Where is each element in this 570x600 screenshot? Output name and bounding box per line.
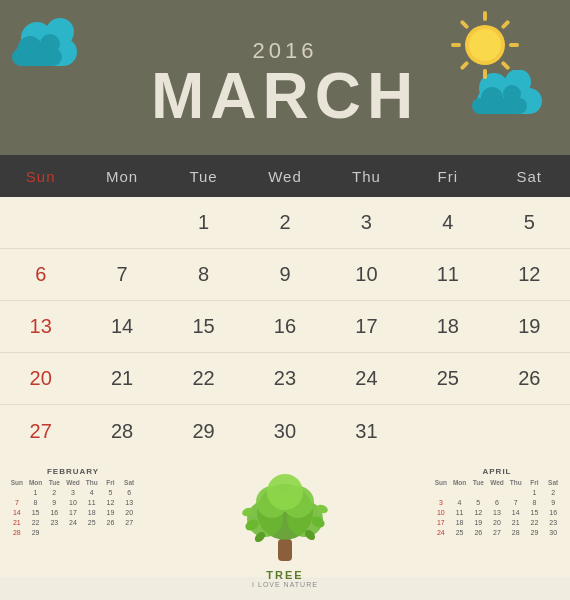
bottom-section: FEBRUARY Sun Mon Tue Wed Thu Fri Sat 1 2… <box>0 457 570 577</box>
day-23[interactable]: 23 <box>244 353 325 404</box>
svg-rect-16 <box>483 69 487 79</box>
svg-rect-12 <box>483 11 487 21</box>
day-29[interactable]: 29 <box>163 405 244 457</box>
calendar-header: 2016 MARCH <box>0 0 570 155</box>
mini-h-fri: Fri <box>102 478 120 487</box>
day-5[interactable]: 5 <box>489 197 570 248</box>
day-28[interactable]: 28 <box>81 405 162 457</box>
svg-point-5 <box>40 34 60 54</box>
day-24[interactable]: 24 <box>326 353 407 404</box>
header-tue: Tue <box>163 155 244 197</box>
svg-rect-14 <box>509 43 519 47</box>
mini-calendar-april: APRIL Sun Mon Tue Wed Thu Fri Sat 1 2 3 … <box>432 467 562 537</box>
mini-h-thu: Thu <box>83 478 101 487</box>
day-headers-row: Sun Mon Tue Wed Thu Fri Sat <box>0 155 570 197</box>
month-label: MARCH <box>151 64 419 128</box>
day-4[interactable]: 4 <box>407 197 488 248</box>
mini-h-mon: Mon <box>27 478 45 487</box>
day-31[interactable]: 31 <box>326 405 407 457</box>
mini-calendar-february: FEBRUARY Sun Mon Tue Wed Thu Fri Sat 1 2… <box>8 467 138 537</box>
mini-apr-title: APRIL <box>432 467 562 476</box>
week-row-5: 27 28 29 30 31 <box>0 405 570 457</box>
svg-rect-19 <box>460 20 470 30</box>
day-25[interactable]: 25 <box>407 353 488 404</box>
day-7[interactable]: 7 <box>81 249 162 300</box>
day-14[interactable]: 14 <box>81 301 162 352</box>
day-10[interactable]: 10 <box>326 249 407 300</box>
day-2[interactable]: 2 <box>244 197 325 248</box>
day-empty <box>407 405 488 457</box>
day-27[interactable]: 27 <box>0 405 81 457</box>
svg-point-4 <box>18 36 42 60</box>
day-11[interactable]: 11 <box>407 249 488 300</box>
header-sat: Sat <box>489 155 570 197</box>
mini-h-sun: Sun <box>8 478 26 487</box>
day-19[interactable]: 19 <box>489 301 570 352</box>
svg-point-21 <box>469 29 501 61</box>
svg-rect-18 <box>451 43 461 47</box>
mini-h-wed: Wed <box>64 478 82 487</box>
sun-icon <box>450 10 515 75</box>
day-13[interactable]: 13 <box>0 301 81 352</box>
header-wed: Wed <box>244 155 325 197</box>
tree-sublabel: I LOVE NATURE <box>252 581 318 588</box>
week-row-4: 20 21 22 23 24 25 26 <box>0 353 570 405</box>
svg-rect-22 <box>278 539 292 561</box>
week-row-2: 6 7 8 9 10 11 12 <box>0 249 570 301</box>
day-empty <box>489 405 570 457</box>
day-9[interactable]: 9 <box>244 249 325 300</box>
mini-h-sat: Sat <box>120 478 138 487</box>
day-3[interactable]: 3 <box>326 197 407 248</box>
tree-label: TREE <box>266 569 303 581</box>
day-20[interactable]: 20 <box>0 353 81 404</box>
svg-point-11 <box>503 85 521 103</box>
tree-svg <box>230 467 340 567</box>
svg-point-28 <box>267 474 303 510</box>
mini-apr-grid: Sun Mon Tue Wed Thu Fri Sat 1 2 3 4 5 6 … <box>432 478 562 537</box>
header-fri: Fri <box>407 155 488 197</box>
week-row-1: 1 2 3 4 5 <box>0 197 570 249</box>
day-8[interactable]: 8 <box>163 249 244 300</box>
mini-feb-title: FEBRUARY <box>8 467 138 476</box>
mini-feb-grid: Sun Mon Tue Wed Thu Fri Sat 1 2 3 4 5 6 … <box>8 478 138 537</box>
day-empty <box>0 197 81 248</box>
mini-h-tue: Tue <box>45 478 63 487</box>
day-empty <box>81 197 162 248</box>
day-12[interactable]: 12 <box>489 249 570 300</box>
svg-rect-15 <box>501 61 511 71</box>
calendar-body: 1 2 3 4 5 6 7 8 9 10 11 12 13 14 15 16 1… <box>0 197 570 457</box>
day-21[interactable]: 21 <box>81 353 162 404</box>
header-mon: Mon <box>81 155 162 197</box>
week-row-3: 13 14 15 16 17 18 19 <box>0 301 570 353</box>
day-16[interactable]: 16 <box>244 301 325 352</box>
day-15[interactable]: 15 <box>163 301 244 352</box>
header-sun: Sun <box>0 155 81 197</box>
tree-illustration: TREE I LOVE NATURE <box>138 467 432 588</box>
day-22[interactable]: 22 <box>163 353 244 404</box>
svg-rect-13 <box>501 20 511 30</box>
day-17[interactable]: 17 <box>326 301 407 352</box>
svg-rect-17 <box>460 61 470 71</box>
day-30[interactable]: 30 <box>244 405 325 457</box>
day-18[interactable]: 18 <box>407 301 488 352</box>
day-26[interactable]: 26 <box>489 353 570 404</box>
day-6[interactable]: 6 <box>0 249 81 300</box>
svg-point-10 <box>481 87 503 109</box>
header-thu: Thu <box>326 155 407 197</box>
day-1[interactable]: 1 <box>163 197 244 248</box>
